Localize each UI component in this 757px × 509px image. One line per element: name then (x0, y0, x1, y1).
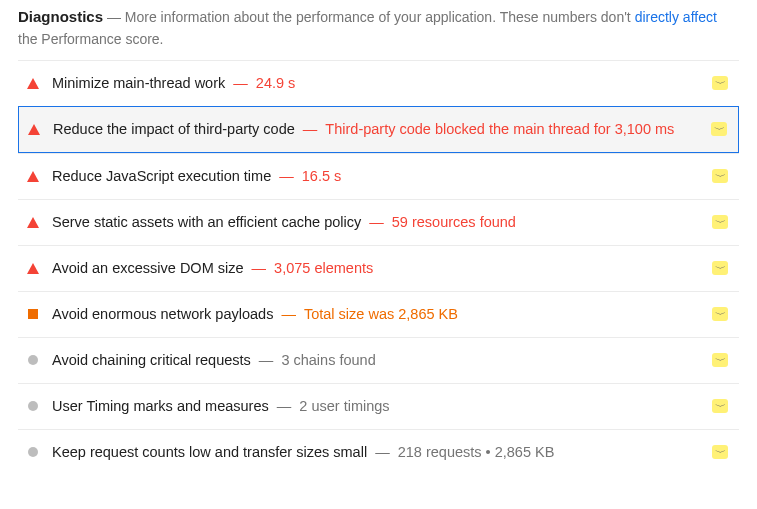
warning-triangle-icon (27, 78, 39, 89)
severity-icon-cell (22, 447, 44, 457)
chevron-down-icon: ﹀ (715, 447, 726, 458)
separator: — (273, 306, 304, 322)
separator: — (244, 260, 275, 276)
diagnostic-label: User Timing marks and measures (52, 398, 269, 414)
separator: — (251, 352, 282, 368)
expand-toggle[interactable]: ﹀ (709, 307, 731, 322)
warning-triangle-icon (28, 124, 40, 135)
diagnostic-text: Reduce the impact of third-party code — … (45, 119, 708, 140)
diagnostic-value: 24.9 s (256, 75, 296, 91)
chevron-down-icon: ﹀ (715, 171, 726, 182)
directly-affect-link[interactable]: directly affect (635, 9, 717, 25)
chevron-down-icon: ﹀ (715, 355, 726, 366)
diagnostic-text: User Timing marks and measures — 2 user … (44, 396, 709, 417)
chevron-down-icon: ﹀ (715, 217, 726, 228)
diagnostic-label: Reduce the impact of third-party code (53, 121, 295, 137)
severity-icon-cell (23, 124, 45, 135)
severity-icon-cell (22, 171, 44, 182)
diagnostic-value: 59 resources found (392, 214, 516, 230)
diagnostics-description: — More information about the performance… (18, 9, 717, 47)
warning-square-icon (28, 309, 38, 319)
info-dot-icon (28, 401, 38, 411)
diagnostic-row[interactable]: Keep request counts low and transfer siz… (18, 429, 739, 475)
diagnostic-text: Reduce JavaScript execution time — 16.5 … (44, 166, 709, 187)
warning-triangle-icon (27, 171, 39, 182)
diagnostic-value: 218 requests • 2,865 KB (398, 444, 555, 460)
diagnostic-row[interactable]: Avoid chaining critical requests — 3 cha… (18, 337, 739, 383)
diagnostic-value: 3,075 elements (274, 260, 373, 276)
severity-icon-cell (22, 263, 44, 274)
diagnostic-text: Avoid enormous network payloads — Total … (44, 304, 709, 325)
severity-icon-cell (22, 217, 44, 228)
severity-icon-cell (22, 355, 44, 365)
separator: — (225, 75, 256, 91)
chevron-down-icon: ﹀ (715, 78, 726, 89)
diagnostic-label: Keep request counts low and transfer siz… (52, 444, 367, 460)
header-desc-prefix: — More information about the performance… (107, 9, 635, 25)
diagnostic-row[interactable]: Reduce the impact of third-party code — … (18, 106, 739, 153)
warning-triangle-icon (27, 217, 39, 228)
diagnostic-value: Total size was 2,865 KB (304, 306, 458, 322)
diagnostic-text: Serve static assets with an efficient ca… (44, 212, 709, 233)
diagnostic-value: 16.5 s (302, 168, 342, 184)
info-dot-icon (28, 355, 38, 365)
diagnostic-label: Avoid chaining critical requests (52, 352, 251, 368)
warning-triangle-icon (27, 263, 39, 274)
separator: — (361, 214, 392, 230)
expand-toggle[interactable]: ﹀ (709, 215, 731, 230)
diagnostic-value: Third-party code blocked the main thread… (325, 121, 674, 137)
diagnostic-text: Keep request counts low and transfer siz… (44, 442, 709, 463)
diagnostics-title: Diagnostics (18, 8, 103, 25)
diagnostic-text: Avoid chaining critical requests — 3 cha… (44, 350, 709, 371)
diagnostic-label: Serve static assets with an efficient ca… (52, 214, 361, 230)
diagnostic-label: Avoid enormous network payloads (52, 306, 273, 322)
diagnostic-row[interactable]: User Timing marks and measures — 2 user … (18, 383, 739, 429)
severity-icon-cell (22, 78, 44, 89)
diagnostic-value: 2 user timings (299, 398, 389, 414)
separator: — (295, 121, 326, 137)
chevron-down-icon: ﹀ (715, 263, 726, 274)
expand-toggle[interactable]: ﹀ (709, 445, 731, 460)
diagnostic-row[interactable]: Reduce JavaScript execution time — 16.5 … (18, 153, 739, 199)
diagnostic-value: 3 chains found (281, 352, 375, 368)
diagnostic-label: Avoid an excessive DOM size (52, 260, 244, 276)
diagnostic-text: Minimize main-thread work — 24.9 s (44, 73, 709, 94)
expand-toggle[interactable]: ﹀ (709, 76, 731, 91)
chevron-down-icon: ﹀ (714, 124, 725, 135)
severity-icon-cell (22, 401, 44, 411)
chevron-down-icon: ﹀ (715, 401, 726, 412)
diagnostic-row[interactable]: Avoid enormous network payloads — Total … (18, 291, 739, 337)
expand-toggle[interactable]: ﹀ (709, 169, 731, 184)
header-desc-suffix: the Performance score. (18, 31, 164, 47)
diagnostic-row[interactable]: Minimize main-thread work — 24.9 s﹀ (18, 60, 739, 106)
diagnostics-list: Minimize main-thread work — 24.9 s﹀Reduc… (18, 60, 739, 475)
diagnostic-row[interactable]: Serve static assets with an efficient ca… (18, 199, 739, 245)
separator: — (269, 398, 300, 414)
chevron-down-icon: ﹀ (715, 309, 726, 320)
info-dot-icon (28, 447, 38, 457)
diagnostics-header: Diagnostics — More information about the… (18, 4, 739, 60)
diagnostic-text: Avoid an excessive DOM size — 3,075 elem… (44, 258, 709, 279)
diagnostic-label: Reduce JavaScript execution time (52, 168, 271, 184)
expand-toggle[interactable]: ﹀ (708, 122, 730, 137)
expand-toggle[interactable]: ﹀ (709, 399, 731, 414)
diagnostic-row[interactable]: Avoid an excessive DOM size — 3,075 elem… (18, 245, 739, 291)
separator: — (367, 444, 398, 460)
severity-icon-cell (22, 309, 44, 319)
separator: — (271, 168, 302, 184)
diagnostic-label: Minimize main-thread work (52, 75, 225, 91)
expand-toggle[interactable]: ﹀ (709, 261, 731, 276)
expand-toggle[interactable]: ﹀ (709, 353, 731, 368)
